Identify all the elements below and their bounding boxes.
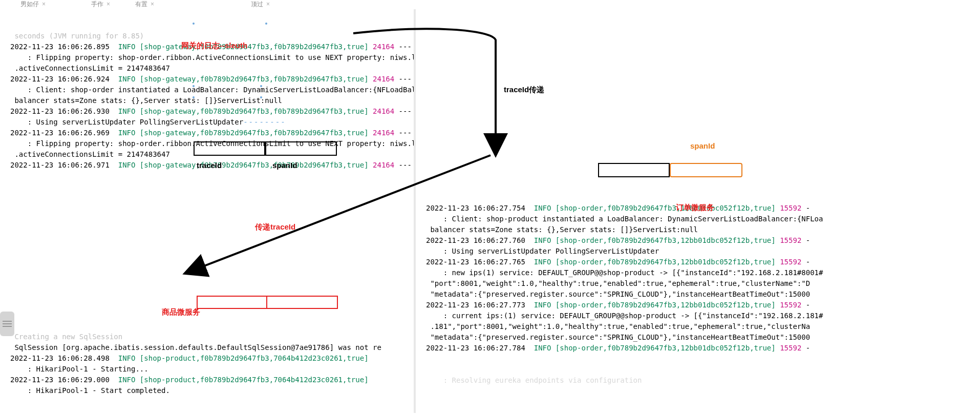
close-icon[interactable]: × — [42, 1, 47, 6]
tab-1[interactable]: 男如仔× — [20, 0, 47, 9]
close-icon[interactable]: × — [106, 1, 112, 6]
page-root: 男如仔× 手作× 有置× 顶过× seconds (JVM running fo… — [0, 0, 980, 414]
annot-spanid-orange: spanId — [690, 141, 715, 150]
tab-label: 手作 — [91, 1, 103, 8]
arrow-traceid-propagate — [0, 9, 980, 413]
tab-label: 有置 — [135, 1, 147, 8]
svg-point-7 — [193, 96, 195, 98]
annot-traceid: traceId — [197, 161, 222, 170]
annot-pass-traceid: 传递traceId — [255, 222, 295, 232]
close-icon[interactable]: × — [151, 1, 156, 6]
tab-3[interactable]: 有置× — [135, 0, 156, 9]
annot-spanid: spanId — [272, 161, 297, 170]
annot-gateway-sleuth: 网关的日志--sleuth — [181, 41, 247, 51]
svg-point-6 — [260, 85, 262, 87]
tab-label: 顶过 — [251, 1, 263, 8]
svg-point-5 — [193, 85, 195, 87]
close-icon[interactable]: × — [266, 1, 271, 6]
annot-order-svc: 订单微服务 — [676, 203, 714, 213]
tab-4[interactable]: 顶过× — [251, 0, 271, 9]
editor-area: seconds (JVM running for 8.85)2022-11-23… — [0, 9, 980, 413]
annot-traceid-pass: traceId传递 — [504, 85, 544, 95]
tab-strip: 男如仔× 手作× 有置× 顶过× — [0, 0, 980, 9]
annot-product-svc: 商品微服务 — [162, 307, 200, 317]
tab-2[interactable]: 手作× — [91, 0, 112, 9]
svg-point-8 — [260, 96, 262, 98]
svg-point-4 — [265, 23, 267, 25]
svg-point-3 — [193, 23, 195, 25]
tab-label: 男如仔 — [20, 1, 39, 8]
